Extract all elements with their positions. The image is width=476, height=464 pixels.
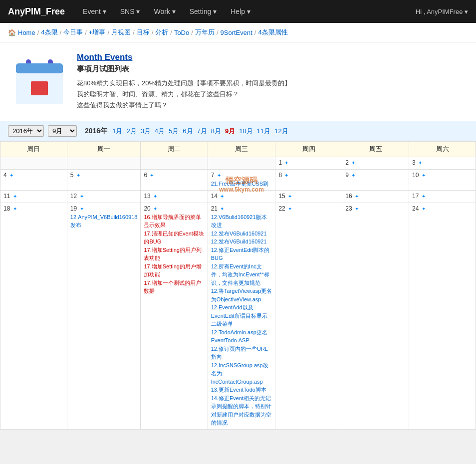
add-event-icon[interactable]: ✦	[153, 194, 157, 199]
month-link-2[interactable]: 2月	[125, 127, 137, 136]
day-number: 10 ✦	[412, 172, 473, 179]
add-event-icon[interactable]: ✦	[13, 206, 17, 212]
month-link-7[interactable]: 7月	[196, 127, 208, 136]
add-event-icon[interactable]: ✦	[288, 194, 292, 199]
month-link-9[interactable]: 9月	[224, 127, 236, 136]
event-item[interactable]: 13.更新EventTodo脚本	[211, 386, 272, 394]
header-section: Month Events 事项月试图列表 花80%精力实现目标，20%精力处理问…	[0, 42, 476, 121]
add-event-icon[interactable]: ✦	[80, 194, 84, 199]
add-event-icon[interactable]: ✦	[220, 206, 224, 212]
nav-help[interactable]: Help ▾	[225, 4, 256, 18]
add-event-icon[interactable]: ✦	[80, 206, 84, 212]
header-desc3: 这些值得我去做的事情上了吗？	[77, 100, 291, 111]
breadcrumb-today[interactable]: 今日事	[63, 28, 83, 37]
add-event-icon[interactable]: ✦	[9, 173, 13, 178]
add-event-icon[interactable]: ✦	[355, 194, 359, 199]
day-number: 12 ✦	[70, 193, 138, 200]
breadcrumb-target[interactable]: 目标	[137, 28, 150, 37]
event-item[interactable]: 12.发布V6Build160921	[211, 237, 272, 246]
event-item[interactable]: 12.V6Bulid160921版本改进	[211, 213, 272, 230]
month-link-3[interactable]: 3月	[140, 127, 152, 136]
event-item[interactable]: 12.IncSNSGroup.asp改名为IncContactGroup.asp	[211, 361, 272, 386]
add-event-icon[interactable]: ✦	[76, 173, 80, 178]
event-item[interactable]: 12.将TargetView.asp更名为ObjectiveView.asp	[211, 287, 272, 303]
day-number: 21 ✦	[211, 205, 272, 212]
add-event-icon[interactable]: ✦	[288, 206, 292, 212]
event-item[interactable]: 17.增加一个测试的用户数据	[144, 279, 204, 295]
calendar-cell-empty	[141, 157, 208, 170]
add-event-icon[interactable]: ✦	[422, 194, 426, 199]
breadcrumb-add[interactable]: +增事	[89, 28, 106, 37]
day-number: 2 ✦	[345, 159, 406, 166]
header-desc2: 我的聪明才智、时间、资源、精力，都花在了这些目标？	[77, 89, 291, 100]
add-event-icon[interactable]: ✦	[422, 206, 426, 212]
day-number: 17 ✦	[412, 193, 473, 200]
add-event-icon[interactable]: ✦	[217, 173, 221, 178]
event-item[interactable]: 12.所有Event的Inc文件，均改为IncEvent**标识，文件名更加规范	[211, 262, 272, 287]
event-item[interactable]: 16.增加导航界面的菜单显示效果	[144, 213, 204, 230]
breadcrumb: 🏠 Home / 4条限 / 今日事 / +增事 / 月视图 / 目标 / 分析…	[0, 23, 476, 42]
month-link-5[interactable]: 5月	[168, 127, 180, 136]
day-number: 4 ✦	[3, 172, 64, 179]
day-number: 13 ✦	[144, 193, 204, 200]
page-subtitle: 事项月试图列表	[77, 64, 291, 74]
day-number: 7 ✦	[211, 172, 272, 179]
nav-sns[interactable]: SNS ▾	[114, 4, 146, 18]
event-item[interactable]: 12.修正EventEdit脚本的BUG	[211, 246, 272, 262]
event-item[interactable]: 12.AnyPIM_V6Build160918发布	[70, 213, 138, 230]
breadcrumb-calendar[interactable]: 万年历	[195, 28, 215, 37]
event-item[interactable]: 14.修正Event相关的无记录则提醒的脚本，特别针对新建用户对应数据为空的情况	[211, 394, 272, 427]
add-event-icon[interactable]: ✦	[150, 173, 154, 178]
event-item[interactable]: 12.EventAdd以及EventEdit所谓目标显示二级菜单	[211, 303, 272, 328]
month-select[interactable]: 9月 1月2月3月4月 5月6月7月8月 10月11月12月	[48, 125, 77, 137]
add-event-icon[interactable]: ✦	[284, 160, 288, 166]
add-event-icon[interactable]: ✦	[153, 206, 157, 212]
add-event-icon[interactable]: ✦	[13, 194, 17, 199]
event-item[interactable]: 12.修订页内的一些URL指向	[211, 345, 272, 361]
nav-event[interactable]: Event ▾	[77, 4, 112, 18]
nav-work[interactable]: Work ▾	[148, 4, 181, 18]
event-item[interactable]: 17.清理已知的Event模块的BUG	[144, 230, 204, 246]
add-event-icon[interactable]: ✦	[418, 160, 422, 166]
breadcrumb-9sort[interactable]: 9SortEvent	[221, 29, 252, 36]
breadcrumb-month[interactable]: 月视图	[111, 28, 131, 37]
month-link-4[interactable]: 4月	[154, 127, 166, 136]
calendar-cell-21: 21 ✦ 12.V6Bulid160921版本改进 12.发布V6Bulid16…	[208, 203, 275, 429]
breadcrumb-4limit[interactable]: 4条限	[41, 28, 57, 37]
month-link-8[interactable]: 8月	[210, 127, 222, 136]
add-event-icon[interactable]: ✦	[220, 194, 224, 199]
year-select[interactable]: 2016年 2015年 2017年	[8, 125, 44, 137]
add-event-icon[interactable]: ✦	[351, 160, 355, 166]
month-link-10[interactable]: 10月	[238, 127, 253, 136]
event-item[interactable]: 12.TodoAdmin.asp更名EventTodo.ASP	[211, 328, 272, 345]
calendar-cell-22: 22 ✦	[275, 203, 342, 429]
add-event-icon[interactable]: ✦	[355, 206, 359, 212]
app-brand: AnyPIM_Free	[8, 6, 65, 17]
breadcrumb-home[interactable]: Home	[18, 29, 35, 36]
month-link-12[interactable]: 12月	[273, 127, 289, 136]
event-item[interactable]: 12.发布V6Bulid160921	[211, 230, 272, 238]
breadcrumb-analysis[interactable]: 分析	[155, 28, 168, 37]
add-event-icon[interactable]: ✦	[351, 173, 355, 178]
add-event-icon[interactable]: ✦	[422, 173, 426, 178]
breadcrumb-todo[interactable]: ToDo	[174, 29, 189, 36]
add-event-icon[interactable]: ✦	[284, 173, 288, 178]
weekday-tue: 周二	[141, 142, 208, 157]
table-row: 18 ✦ 19 ✦ 12.AnyPIM_V6Build160918发布 20 ✦…	[0, 203, 476, 429]
day-number: 1 ✦	[278, 159, 339, 166]
calendar-cell-9: 9 ✦	[342, 170, 409, 191]
breadcrumb-4prop[interactable]: 4条限属性	[258, 28, 287, 37]
month-link-1[interactable]: 1月	[111, 127, 123, 136]
calendar-cell-20: 20 ✦ 16.增加导航界面的菜单显示效果 17.清理已知的Event模块的BU…	[141, 203, 208, 429]
calendar-cell-empty	[208, 157, 275, 170]
month-link-11[interactable]: 11月	[256, 127, 271, 136]
event-item[interactable]: 17.增加Setting的用户列表功能	[144, 246, 204, 262]
nav-setting[interactable]: Setting ▾	[184, 4, 223, 18]
calendar-cell-8: 8 ✦	[275, 170, 342, 191]
calendar-cell-13: 13 ✦	[141, 190, 208, 203]
event-item[interactable]: 17.增加Setting的用户增加功能	[144, 262, 204, 279]
event-item[interactable]: 21.Free版本更新CSS到	[211, 180, 272, 188]
user-info[interactable]: Hi , AnyPIMFree ▾	[416, 8, 468, 15]
header-desc1: 花80%精力实现目标，20%精力处理问题【事项不要累积，时间是最贵的】	[77, 78, 291, 89]
month-link-6[interactable]: 6月	[182, 127, 194, 136]
